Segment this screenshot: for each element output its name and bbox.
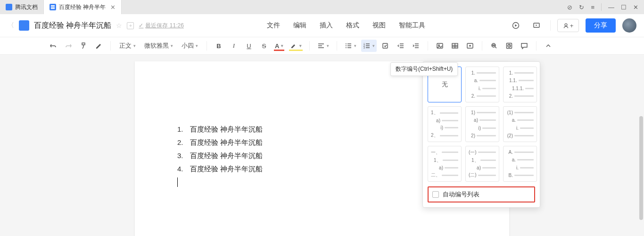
numbering-option[interactable]: A. a. i. B. xyxy=(503,146,537,182)
toolbar: 正文▾ 微软雅黑▾ 小四▾ B I U S A▾ ▾ ▾ ▾ 123▾ xyxy=(0,37,644,55)
numbered-list-tooltip: 数字编号(Ctrl+Shift+U) xyxy=(390,62,458,76)
svg-point-2 xyxy=(565,24,567,26)
numbering-option[interactable]: (一) 1、 a) (二) xyxy=(465,146,499,182)
insert-table-button[interactable] xyxy=(449,40,461,52)
home-tab[interactable]: 腾讯文档 xyxy=(0,0,44,14)
comment-button[interactable] xyxy=(518,40,530,52)
numbering-option[interactable]: 一、 1、 a) 二、 xyxy=(428,146,462,182)
numbered-list-button[interactable]: 123▾ xyxy=(361,40,377,52)
numbering-option[interactable]: (1) a. i. (2) xyxy=(503,106,537,142)
strikethrough-button[interactable]: S xyxy=(258,40,270,52)
numbering-option[interactable]: 1、 a) i) 2、 xyxy=(428,106,462,142)
numbered-list-dropdown: 无 1. a. i. 2. 1. 1.1. 1.1.1. 2. 1、 a) i)… xyxy=(422,61,540,208)
clear-format-button[interactable] xyxy=(92,40,105,52)
numbering-option[interactable]: 1. a. i. 2. xyxy=(465,67,499,102)
numbering-option[interactable]: 1) a) i) 2) xyxy=(465,106,499,142)
home-tab-label: 腾讯文档 xyxy=(15,3,38,11)
svg-point-3 xyxy=(346,43,347,44)
menu-edit[interactable]: 编辑 xyxy=(293,21,306,30)
italic-button[interactable]: I xyxy=(228,40,240,52)
paragraph-style-select[interactable]: 正文▾ xyxy=(116,40,139,52)
add-shortcut-button[interactable]: + xyxy=(127,22,134,29)
share-button[interactable]: 分享 xyxy=(586,18,616,33)
block-icon[interactable]: ⊘ xyxy=(567,4,572,11)
user-avatar[interactable] xyxy=(622,18,636,33)
outdent-button[interactable] xyxy=(395,40,407,52)
header: 〈 百度经验 神舟半年沉船 ☆ + ✓ 最近保存 11:26 文件 编辑 插入 … xyxy=(0,14,644,37)
save-status[interactable]: ✓ 最近保存 11:26 xyxy=(139,22,183,30)
editor-canvas[interactable]: 1.百度经验 神舟半年沉船 2.百度经验 神舟半年沉船 3.百度经验 神舟半年沉… xyxy=(0,55,644,236)
document-title[interactable]: 百度经验 神舟半年沉船 xyxy=(34,21,111,31)
insert-embed-button[interactable] xyxy=(464,40,476,52)
highlight-button[interactable]: ▾ xyxy=(288,40,304,52)
close-tab-icon[interactable]: ✕ xyxy=(110,4,116,11)
insert-image-button[interactable] xyxy=(434,40,446,52)
svg-text:3: 3 xyxy=(363,46,365,49)
play-icon[interactable] xyxy=(509,18,523,33)
document-tab-label: 百度经验 神舟半年 xyxy=(59,3,106,11)
checklist-button[interactable] xyxy=(380,40,392,52)
svg-point-4 xyxy=(346,45,347,46)
history-button[interactable] xyxy=(503,40,515,52)
undo-button[interactable] xyxy=(47,40,59,52)
presentation-icon[interactable] xyxy=(529,18,544,33)
maximize-button[interactable]: ☐ xyxy=(621,4,627,11)
menu-tools[interactable]: 智能工具 xyxy=(399,21,425,30)
back-chevron-icon[interactable]: 〈 xyxy=(8,21,14,30)
minimize-button[interactable]: — xyxy=(608,4,614,11)
svg-point-11 xyxy=(438,45,439,46)
menu-file[interactable]: 文件 xyxy=(267,21,280,30)
bold-button[interactable]: B xyxy=(213,40,225,52)
svg-point-5 xyxy=(346,47,347,48)
collapse-toolbar-button[interactable] xyxy=(542,40,554,52)
bullet-list-button[interactable]: ▾ xyxy=(343,40,358,52)
menu-format[interactable]: 格式 xyxy=(346,21,359,30)
menu-bar: 文件 编辑 插入 格式 视图 智能工具 xyxy=(267,21,425,30)
close-window-button[interactable]: ✕ xyxy=(633,4,638,11)
font-size-select[interactable]: 小四▾ xyxy=(179,40,201,52)
numbering-option[interactable]: 1. 1.1. 1.1.1. 2. xyxy=(503,67,537,102)
add-collaborator-button[interactable]: + xyxy=(557,19,579,32)
tab-strip: 腾讯文档 百度经验 神舟半年 ✕ ⊘ ↻ ≡ — ☐ ✕ xyxy=(0,0,644,14)
window-controls: ⊘ ↻ ≡ — ☐ ✕ xyxy=(561,0,644,14)
auto-numbering-toggle[interactable]: 自动编号列表 xyxy=(428,186,535,202)
menu-icon[interactable]: ≡ xyxy=(591,4,594,11)
star-icon[interactable]: ☆ xyxy=(116,22,122,29)
document-tab[interactable]: 百度经验 神舟半年 ✕ xyxy=(44,0,122,14)
auto-numbering-label: 自动编号列表 xyxy=(443,190,479,199)
font-family-select[interactable]: 微软雅黑▾ xyxy=(141,40,176,52)
svg-point-14 xyxy=(492,43,495,47)
align-button[interactable]: ▾ xyxy=(315,40,331,52)
vertical-scrollbar[interactable] xyxy=(639,116,643,220)
tencent-docs-logo-icon xyxy=(6,4,12,10)
underline-button[interactable]: U xyxy=(243,40,255,52)
text-cursor xyxy=(177,177,178,187)
menu-insert[interactable]: 插入 xyxy=(320,21,333,30)
text-color-button[interactable]: A▾ xyxy=(273,40,285,52)
menu-view[interactable]: 视图 xyxy=(372,21,386,30)
format-painter-button[interactable] xyxy=(77,40,90,52)
check-icon: ✓ xyxy=(139,22,143,29)
indent-button[interactable] xyxy=(410,40,422,52)
svg-rect-9 xyxy=(383,43,388,48)
app-logo-icon xyxy=(19,20,29,31)
refresh-icon[interactable]: ↻ xyxy=(579,4,584,11)
doc-icon xyxy=(50,4,56,10)
checkbox-icon[interactable] xyxy=(432,191,439,198)
find-button[interactable] xyxy=(488,40,500,52)
redo-button[interactable] xyxy=(62,40,74,52)
